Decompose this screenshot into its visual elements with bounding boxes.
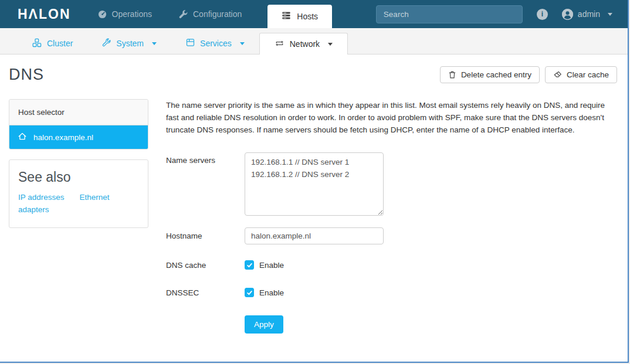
button-label: Delete cached entry <box>461 70 531 79</box>
dnssec-label: DNSSEC <box>166 288 245 297</box>
cluster-cubes-icon <box>32 38 42 49</box>
dnssec-enable-checkbox[interactable]: Enable <box>245 288 284 297</box>
dns-cache-enable-checkbox[interactable]: Enable <box>245 260 284 270</box>
eraser-icon <box>553 70 562 79</box>
gauge-icon <box>98 10 107 19</box>
nav-item-label: Configuration <box>193 9 242 19</box>
name-servers-textarea[interactable]: 192.168.1.1 // DNS server 1 192.168.1.2 … <box>245 152 384 216</box>
user-menu[interactable]: admin <box>562 9 612 20</box>
checkbox-label: Enable <box>259 288 284 297</box>
dns-cache-label: DNS cache <box>166 261 245 270</box>
nav-item-label: Hosts <box>297 12 318 21</box>
servers-icon <box>282 11 291 22</box>
tab-label: Network <box>290 39 320 49</box>
name-servers-row: Name servers 192.168.1.1 // DNS server 1… <box>166 152 617 216</box>
sidebar: Host selector halon.example.nl See also … <box>9 99 148 362</box>
dns-settings-form: The name server priority is the same as … <box>166 99 617 362</box>
halon-logo: HΛLON <box>18 0 71 28</box>
checkbox-icon <box>245 288 254 297</box>
trash-icon <box>448 70 456 79</box>
header-actions: Delete cached entry Clear cache <box>440 66 617 83</box>
nav-item-configuration[interactable]: Configuration <box>179 9 242 19</box>
info-icon[interactable]: i <box>537 9 548 20</box>
app-window: HΛLON Operations Configuration Hosts i <box>0 0 629 363</box>
tab-label: System <box>116 39 144 48</box>
page-header: DNS Delete cached entry Clear cache <box>0 55 628 84</box>
host-selector-panel: Host selector halon.example.nl <box>9 99 148 149</box>
apply-button[interactable]: Apply <box>245 315 283 334</box>
checkbox-label: Enable <box>259 261 284 270</box>
tab-label: Services <box>200 39 232 48</box>
chevron-down-icon <box>608 13 612 16</box>
search-input[interactable] <box>376 5 523 23</box>
user-avatar-icon <box>562 9 573 20</box>
clear-cache-button[interactable]: Clear cache <box>545 66 617 83</box>
delete-cached-entry-button[interactable]: Delete cached entry <box>440 66 540 83</box>
nav-item-hosts[interactable]: Hosts <box>267 5 332 28</box>
navbar-right-group: i admin <box>537 9 612 20</box>
chevron-down-icon <box>152 42 157 45</box>
chevron-down-icon <box>240 42 245 45</box>
content-body: Host selector halon.example.nl See also … <box>0 84 628 362</box>
wrench-icon <box>179 10 188 19</box>
chevron-down-icon <box>328 43 333 46</box>
section-tabbar: Cluster System Services Network <box>0 28 628 55</box>
hostname-label: Hostname <box>166 232 245 240</box>
user-name: admin <box>578 9 600 19</box>
page-title: DNS <box>9 66 44 84</box>
checkbox-icon <box>245 260 254 270</box>
tab-system[interactable]: System <box>87 33 171 54</box>
host-item-label: halon.example.nl <box>33 133 93 142</box>
apply-row: Apply <box>166 315 617 334</box>
apply-row-spacer <box>166 315 245 334</box>
see-also-links: IP addressesEthernet adapters <box>18 191 139 216</box>
button-label: Clear cache <box>567 70 609 79</box>
dns-description-text: The name server priority is the same as … <box>166 99 617 136</box>
nav-item-operations[interactable]: Operations <box>98 9 152 19</box>
tab-label: Cluster <box>47 39 73 48</box>
home-icon <box>18 132 27 142</box>
dnssec-row: DNSSEC Enable <box>166 288 617 297</box>
top-navbar: HΛLON Operations Configuration Hosts i <box>0 0 628 28</box>
link-ip-addresses[interactable]: IP addresses <box>18 193 65 202</box>
see-also-panel: See also IP addressesEthernet adapters <box>9 159 148 228</box>
host-selector-title: Host selector <box>9 100 148 125</box>
tab-cluster[interactable]: Cluster <box>18 33 87 54</box>
see-also-title: See also <box>18 169 139 185</box>
host-item-halon-example-nl[interactable]: halon.example.nl <box>9 125 148 149</box>
tab-network[interactable]: Network <box>259 33 348 55</box>
name-servers-label: Name servers <box>166 152 245 216</box>
hostname-row: Hostname <box>166 227 617 244</box>
nav-item-label: Operations <box>112 9 152 19</box>
dns-cache-row: DNS cache Enable <box>166 260 617 270</box>
tab-services[interactable]: Services <box>171 33 259 54</box>
network-exchange-icon <box>275 39 284 49</box>
services-box-icon <box>186 38 195 49</box>
system-wrench-icon <box>102 38 111 49</box>
hostname-input[interactable] <box>245 227 384 244</box>
